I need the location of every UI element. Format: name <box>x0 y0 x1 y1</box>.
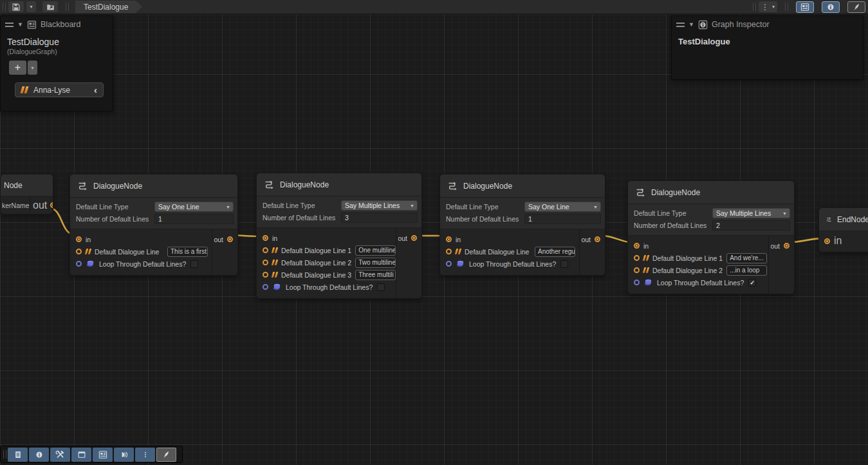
kebab-menu-button[interactable] <box>135 448 155 462</box>
loop-port[interactable] <box>263 284 268 290</box>
loop-checkbox[interactable] <box>377 283 385 291</box>
dialogue-line-port[interactable] <box>263 247 268 253</box>
save-button[interactable] <box>8 1 24 12</box>
loop-label: Loop Through Default Lines? <box>657 279 744 287</box>
dialogue-line-input[interactable]: This is a first <box>167 247 208 257</box>
in-port[interactable] <box>263 235 268 241</box>
tools-toggle-button[interactable] <box>50 448 70 462</box>
in-port[interactable] <box>634 243 640 249</box>
in-port-label: in <box>272 234 277 242</box>
in-port[interactable] <box>446 236 452 242</box>
loop-icon <box>643 278 653 287</box>
out-port[interactable] <box>784 243 790 249</box>
preview-toggle-button[interactable] <box>847 1 865 13</box>
dialogue-line-input[interactable]: And we're... <box>726 253 767 263</box>
dialogue-line-input[interactable]: Two multiline <box>355 258 396 268</box>
node-dialogue-1[interactable]: DialogueNodeDefault Line TypeSay One Lin… <box>69 174 238 276</box>
out-port[interactable] <box>411 235 417 241</box>
num-lines-input[interactable]: 2 <box>712 220 790 231</box>
drag-handle-icon[interactable] <box>5 23 14 27</box>
node-title: DialogueNode <box>280 180 329 189</box>
collapse-arrow-icon[interactable]: ▼ <box>17 21 23 28</box>
out-port[interactable] <box>50 202 53 208</box>
num-lines-label: Number of Default Lines <box>634 222 712 229</box>
dialogue-line-port[interactable] <box>446 249 452 254</box>
chevron-left-icon[interactable]: ‹ <box>94 85 97 95</box>
toolbar-handle[interactable] <box>3 3 6 11</box>
blackboard-panel[interactable]: ▼ Blackboard TestDialogue (DialogueGraph… <box>0 15 113 111</box>
out-port-label: out <box>214 236 223 243</box>
quote-icon <box>272 272 279 278</box>
flow-icon <box>634 187 646 198</box>
flow-icon <box>826 214 832 225</box>
kebab-icon <box>142 450 149 459</box>
quote-icon <box>643 267 650 273</box>
loop-port[interactable] <box>446 261 452 267</box>
node-dialogue-2[interactable]: DialogueNodeDefault Line TypeSay Multipl… <box>256 173 422 299</box>
line-type-dropdown[interactable]: Say Multiple Lines▼ <box>712 208 790 218</box>
dialogue-line-input[interactable]: Three multili <box>355 270 396 280</box>
node-dialogue-3[interactable]: DialogueNodeDefault Line TypeSay One Lin… <box>439 174 605 276</box>
loop-icon <box>456 260 465 268</box>
in-port[interactable] <box>76 236 82 242</box>
graph-inspector-header[interactable]: ▼ Graph Inspector <box>672 16 863 33</box>
num-lines-input[interactable]: 3 <box>341 213 418 223</box>
line-type-dropdown[interactable]: Say Multiple Lines▼ <box>341 200 418 211</box>
add-field-button[interactable]: + <box>9 61 26 75</box>
blackboard-field-anna-lyse[interactable]: Anna-Lyse ‹ <box>15 82 104 97</box>
toolbar-handle[interactable] <box>3 450 6 459</box>
node-dialogue-4[interactable]: DialogueNodeDefault Line TypeSay Multipl… <box>627 180 795 294</box>
node-end[interactable]: EndNodein <box>818 207 868 252</box>
num-lines-input[interactable]: 1 <box>524 214 601 224</box>
node-start-partial[interactable]: NodekerNameout <box>0 174 53 214</box>
line-type-dropdown[interactable]: Say One Line▼ <box>524 202 601 212</box>
blackboard-icon <box>98 450 107 459</box>
node-title: DialogueNode <box>93 182 142 191</box>
graph-inspector-panel[interactable]: ▼ Graph Inspector TestDialogue <box>671 15 863 80</box>
loop-port[interactable] <box>634 280 640 285</box>
options-menu-button[interactable]: ⋮ ▾ <box>759 1 777 12</box>
loop-label: Loop Through Default Lines? <box>99 260 186 268</box>
dialogue-line-port[interactable] <box>263 260 268 265</box>
dialogue-line-port[interactable] <box>634 255 640 261</box>
window-toggle-button[interactable] <box>71 448 91 462</box>
loop-port[interactable] <box>76 261 82 267</box>
collapse-arrow-icon[interactable]: ▼ <box>688 21 694 28</box>
dialogue-line-input[interactable]: One multiline <box>355 245 396 256</box>
dialogue-line-port[interactable] <box>76 249 82 254</box>
dialogue-line-input[interactable]: Another regu <box>535 247 575 257</box>
line-type-dropdown[interactable]: Say One Line▼ <box>154 202 234 212</box>
console-toggle-button[interactable] <box>8 448 28 462</box>
dialogue-line-port[interactable] <box>263 272 268 278</box>
loop-checkbox[interactable] <box>560 260 568 268</box>
blackboard-toggle-button[interactable] <box>93 448 113 462</box>
out-port-label: out <box>398 234 407 242</box>
breadcrumb[interactable]: TestDialogue <box>75 1 142 14</box>
in-port[interactable] <box>824 238 830 244</box>
add-field-dropdown-button[interactable]: ▾ <box>28 61 37 75</box>
in-port-label: in <box>86 236 91 243</box>
num-lines-label: Number of Default Lines <box>76 215 154 223</box>
info-toggle-button[interactable] <box>29 448 49 462</box>
quote-icon <box>20 86 28 93</box>
open-asset-button[interactable] <box>42 1 58 12</box>
bottom-toolbar <box>0 446 183 463</box>
blackboard-header[interactable]: ▼ Blackboard <box>1 16 113 33</box>
loop-checkbox[interactable] <box>190 260 198 268</box>
out-port[interactable] <box>227 236 233 242</box>
loop-checkbox[interactable]: ✓ <box>748 279 756 287</box>
save-icon <box>12 3 21 12</box>
in-port-label: in <box>834 235 842 247</box>
num-lines-input[interactable]: 1 <box>154 214 234 224</box>
save-dropdown-button[interactable]: ▾ <box>26 1 36 12</box>
preview-feather-button[interactable] <box>156 448 176 462</box>
blackboard-toggle-button[interactable] <box>796 1 814 13</box>
dialogue-line-port[interactable] <box>634 267 640 273</box>
dialogue-line-input[interactable]: ...in a loop <box>726 265 767 276</box>
drag-handle-icon[interactable] <box>676 23 685 27</box>
blackboard-graph-name: TestDialogue <box>7 37 106 47</box>
blackboard-icon <box>27 20 37 30</box>
out-port[interactable] <box>595 236 600 242</box>
graph-inspector-toggle-button[interactable] <box>822 1 840 13</box>
dialogue-preview-button[interactable] <box>114 448 134 462</box>
